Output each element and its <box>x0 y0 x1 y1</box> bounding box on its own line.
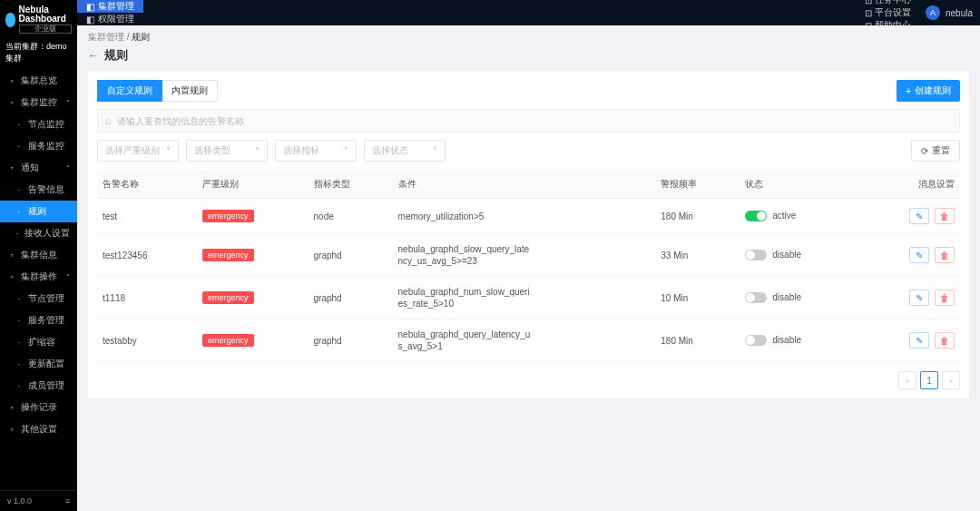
rules-table: 告警名称 严重级别 指标类型 条件 警报频率 状态 消息设置 testemerg… <box>97 171 960 362</box>
rules-panel: 自定义规则 内置规则 + 创建规则 ⌕ 选择严重级别˅ 选择类型˅ 选择指标˅ … <box>88 71 969 398</box>
tasks-icon: ⊡ <box>865 0 872 5</box>
reset-icon: ⟳ <box>921 146 928 156</box>
cell-actions: ✎🗑 <box>859 319 960 362</box>
nav-item-规则[interactable]: ·规则 <box>0 201 77 222</box>
severity-tag: emergency <box>202 210 254 222</box>
reset-filters-button[interactable]: ⟳重置 <box>911 140 960 162</box>
chevron-down-icon: ˅ <box>166 146 171 156</box>
tab-custom-rules[interactable]: 自定义规则 <box>97 80 162 102</box>
nav-group-集群总览[interactable]: ▫集群总览 <box>0 70 77 92</box>
edit-button[interactable]: ✎ <box>909 332 929 349</box>
nav-item-扩缩容[interactable]: ·扩缩容 <box>0 331 77 353</box>
delete-button[interactable]: 🗑 <box>935 247 955 263</box>
severity-tag: emergency <box>202 249 254 261</box>
delete-button[interactable]: 🗑 <box>935 208 955 224</box>
edit-button[interactable]: ✎ <box>909 290 929 306</box>
collapse-sidebar-icon[interactable]: ≡ <box>65 496 70 506</box>
cell-metric-type: node <box>309 199 393 234</box>
back-button[interactable]: ← <box>88 49 99 62</box>
severity-tag: emergency <box>202 334 254 347</box>
dot-icon: · <box>15 294 24 303</box>
cell-name: t1118 <box>97 277 197 319</box>
search-icon: ⌕ <box>105 114 112 127</box>
nav-item-节点管理[interactable]: ·节点管理 <box>0 288 77 310</box>
bell-icon: ▫ <box>7 163 16 172</box>
delete-button[interactable]: 🗑 <box>935 332 955 349</box>
perm-icon: ◧ <box>86 15 94 25</box>
filter-severity[interactable]: 选择严重级别˅ <box>97 140 179 162</box>
chevron-icon: ˄ <box>66 164 70 172</box>
delete-button[interactable]: 🗑 <box>935 290 955 306</box>
trash-icon: 🗑 <box>940 293 949 303</box>
nav-group-集群操作[interactable]: ▫集群操作˄ <box>0 266 77 288</box>
edit-icon: ✎ <box>916 211 923 221</box>
cell-status: active <box>740 199 859 234</box>
dot-icon: · <box>15 229 20 238</box>
page-number[interactable]: 1 <box>920 371 938 389</box>
chevron-down-icon: ˅ <box>344 146 348 156</box>
trash-icon: 🗑 <box>940 336 949 346</box>
nav-group-通知[interactable]: ▫通知˄ <box>0 157 77 179</box>
cell-actions: ✎🗑 <box>859 234 960 277</box>
status-toggle[interactable] <box>745 335 767 346</box>
cell-freq: 180 Min <box>655 199 740 234</box>
status-toggle[interactable] <box>745 211 767 221</box>
tab-builtin-rules[interactable]: 内置规则 <box>162 80 218 102</box>
nav-group-操作记录[interactable]: ▫操作记录 <box>0 397 77 418</box>
nav-item-更新配置[interactable]: ·更新配置 <box>0 353 77 375</box>
filter-metric[interactable]: 选择指标˅ <box>275 140 357 162</box>
nav-item-服务监控[interactable]: ·服务监控 <box>0 135 77 157</box>
edit-icon: ✎ <box>916 293 923 303</box>
cell-name: test123456 <box>97 234 197 277</box>
cell-actions: ✎🗑 <box>859 199 960 234</box>
top-item-平台设置[interactable]: ⊡平台设置 <box>858 6 918 19</box>
top-tab-权限管理[interactable]: ◧权限管理 <box>77 13 143 25</box>
cell-metric-type: graphd <box>309 277 393 319</box>
page-title: 规则 <box>104 47 128 64</box>
ops-icon: ▫ <box>7 272 16 281</box>
top-tab-集群管理[interactable]: ◧集群管理 <box>77 0 143 13</box>
nav-group-其他设置[interactable]: ▫其他设置 <box>0 418 77 440</box>
cell-freq: 10 Min <box>655 277 740 319</box>
search-input[interactable] <box>117 116 952 126</box>
nav-item-成员管理[interactable]: ·成员管理 <box>0 375 77 397</box>
status-toggle[interactable] <box>745 250 767 260</box>
page-prev-button[interactable]: ‹ <box>898 371 916 389</box>
chevron-icon: ˄ <box>66 99 70 107</box>
user-name: nebula <box>946 8 973 18</box>
dot-icon: · <box>15 338 24 347</box>
chevron-down-icon: ˅ <box>255 146 260 156</box>
nav-item-告警信息[interactable]: ·告警信息 <box>0 179 77 201</box>
nav-item-接收人设置[interactable]: ·接收人设置 <box>0 222 77 244</box>
brand-logo-icon <box>5 13 15 27</box>
cell-severity: emergency <box>197 234 309 277</box>
create-rule-button[interactable]: + 创建规则 <box>897 80 960 102</box>
edit-button[interactable]: ✎ <box>909 247 929 263</box>
edit-icon: ✎ <box>916 336 923 346</box>
top-item-任务中心[interactable]: ⊡任务中心 <box>858 0 918 6</box>
user-menu[interactable]: A nebula <box>918 5 980 20</box>
pagination: ‹ 1 › <box>97 371 960 389</box>
nav-item-服务管理[interactable]: ·服务管理 <box>0 310 77 331</box>
nav-item-节点监控[interactable]: ·节点监控 <box>0 113 77 135</box>
col-severity: 严重级别 <box>197 171 309 199</box>
other-icon: ▫ <box>7 425 16 434</box>
log-icon: ▫ <box>7 403 16 412</box>
nav-group-集群信息[interactable]: ▫集群信息 <box>0 244 77 266</box>
status-toggle[interactable] <box>745 292 767 303</box>
brand: Nebula Dashboard 企业版 <box>0 0 77 35</box>
topbar: ◧集群管理◧权限管理 ⊡任务中心⊡平台设置⊡帮助中心 A nebula <box>77 0 980 25</box>
filter-status[interactable]: 选择状态˅ <box>364 140 446 162</box>
edit-button[interactable]: ✎ <box>909 208 929 224</box>
filter-type[interactable]: 选择类型˅ <box>186 140 268 162</box>
cell-metric-type: graphd <box>309 234 393 277</box>
dot-icon: · <box>15 207 24 216</box>
dot-icon: · <box>15 359 24 369</box>
cell-condition: nebula_graphd_query_latency_us_avg_5>1 <box>393 319 656 362</box>
cell-status: disable <box>740 319 859 362</box>
cell-name: test <box>97 199 197 234</box>
cell-freq: 180 Min <box>655 319 740 362</box>
page-next-button[interactable]: › <box>942 371 960 389</box>
nav-group-集群监控[interactable]: ▫集群监控˄ <box>0 92 77 113</box>
brand-title: Nebula Dashboard <box>19 5 72 24</box>
